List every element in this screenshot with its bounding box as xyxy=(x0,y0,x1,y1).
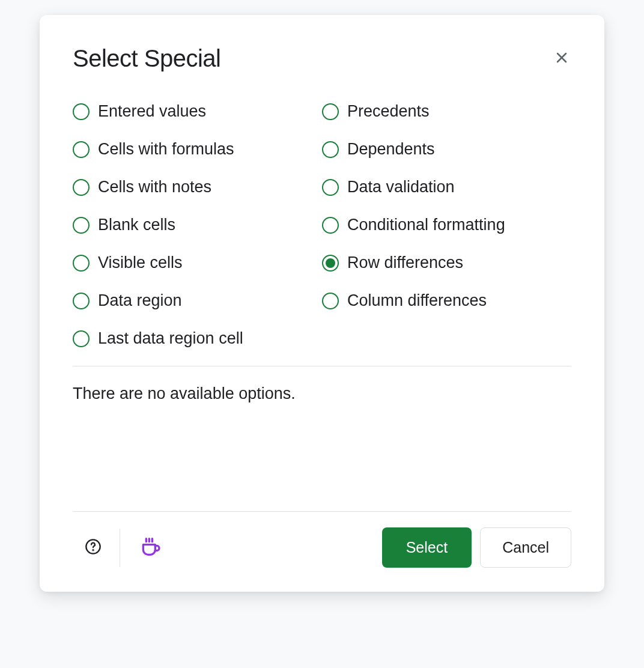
dialog-footer: Select Cancel xyxy=(73,511,571,568)
select-button[interactable]: Select xyxy=(382,527,472,568)
radio-cells-with-notes[interactable]: Cells with notes xyxy=(73,178,322,196)
radio-icon xyxy=(73,217,90,234)
radio-icon xyxy=(322,141,339,158)
radio-label: Cells with notes xyxy=(98,178,211,196)
dialog-title: Select Special xyxy=(73,45,220,72)
radio-last-data-region-cell[interactable]: Last data region cell xyxy=(73,329,322,348)
radio-conditional-formatting[interactable]: Conditional formatting xyxy=(322,216,571,234)
help-icon xyxy=(85,538,102,557)
radio-label: Last data region cell xyxy=(98,329,243,348)
radio-icon xyxy=(73,141,90,158)
select-special-dialog: Select Special Entered values Precedents… xyxy=(40,15,604,592)
radio-icon xyxy=(322,217,339,234)
status-text: There are no available options. xyxy=(73,384,571,403)
radio-blank-cells[interactable]: Blank cells xyxy=(73,216,322,234)
radio-icon-selected xyxy=(322,255,339,272)
radio-label: Cells with formulas xyxy=(98,140,234,159)
radio-visible-cells[interactable]: Visible cells xyxy=(73,254,322,272)
radio-icon xyxy=(73,255,90,272)
footer-right: Select Cancel xyxy=(382,527,571,568)
dialog-header: Select Special xyxy=(73,45,571,72)
coffee-icon xyxy=(138,535,162,560)
radio-icon xyxy=(73,293,90,309)
radio-entered-values[interactable]: Entered values xyxy=(73,102,322,121)
radio-icon xyxy=(73,330,90,347)
help-button[interactable] xyxy=(73,533,120,562)
radio-label: Conditional formatting xyxy=(347,216,505,234)
radio-icon xyxy=(322,103,339,120)
coffee-button[interactable] xyxy=(120,530,180,565)
radio-label: Data region xyxy=(98,291,182,310)
footer-left xyxy=(73,529,180,567)
radio-column-differences[interactable]: Column differences xyxy=(322,291,571,310)
divider xyxy=(73,366,571,366)
radio-label: Entered values xyxy=(98,102,206,121)
radio-precedents[interactable]: Precedents xyxy=(322,102,571,121)
radio-label: Blank cells xyxy=(98,216,175,234)
radio-icon xyxy=(322,179,339,196)
radio-icon xyxy=(73,179,90,196)
svg-point-3 xyxy=(93,550,93,550)
cancel-button[interactable]: Cancel xyxy=(480,527,571,568)
radio-label: Row differences xyxy=(347,254,463,272)
radio-label: Column differences xyxy=(347,291,487,310)
radio-label: Precedents xyxy=(347,102,430,121)
radio-label: Data validation xyxy=(347,178,455,196)
radio-data-validation[interactable]: Data validation xyxy=(322,178,571,196)
close-icon xyxy=(554,50,569,67)
options-grid: Entered values Precedents Cells with for… xyxy=(73,102,571,348)
radio-cells-with-formulas[interactable]: Cells with formulas xyxy=(73,140,322,159)
radio-icon xyxy=(73,103,90,120)
radio-row-differences[interactable]: Row differences xyxy=(322,254,571,272)
radio-data-region[interactable]: Data region xyxy=(73,291,322,310)
radio-label: Dependents xyxy=(347,140,435,159)
close-button[interactable] xyxy=(552,48,571,69)
radio-icon xyxy=(322,293,339,309)
radio-label: Visible cells xyxy=(98,254,183,272)
radio-dependents[interactable]: Dependents xyxy=(322,140,571,159)
